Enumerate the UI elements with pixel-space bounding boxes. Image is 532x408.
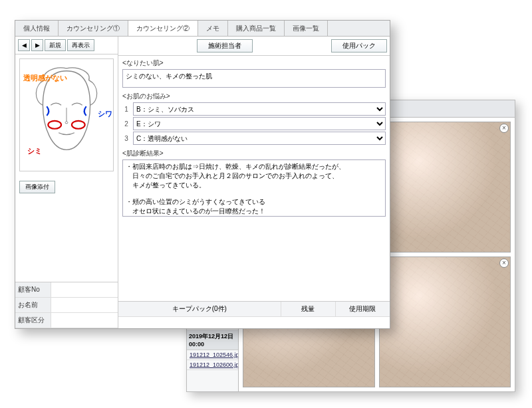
front-tabs: 個人情報 カウンセリング① カウンセリング② メモ 購入商品一覧 画像一覧: [15, 21, 390, 37]
tab-purchases[interactable]: 購入商品一覧: [228, 21, 285, 36]
keep-pack-header: キープパック(0件) 残量 使用期限: [118, 301, 390, 316]
tab-counseling2[interactable]: カウンセリング②: [128, 21, 198, 36]
file-date-header: 2019年12月12日 00:00: [187, 330, 238, 350]
label-customer-name: お名前: [15, 298, 51, 312]
concern-select-3[interactable]: C：透明感がない: [133, 132, 386, 145]
concern-num-2: 2: [122, 120, 130, 128]
svg-point-0: [48, 121, 61, 129]
file-link[interactable]: 191212_102546.jpg: [187, 350, 238, 360]
concern-select-1[interactable]: B：シミ、ソバカス: [133, 102, 386, 116]
concern-num-3: 3: [122, 135, 130, 142]
pack-button[interactable]: 使用パック: [331, 39, 387, 52]
label-customer-no: 顧客No: [15, 282, 51, 297]
keep-pack-title: キープパック(0件): [118, 302, 281, 316]
staff-button[interactable]: 施術担当者: [197, 39, 253, 52]
next-button[interactable]: ▶: [31, 39, 43, 51]
skin-image[interactable]: ×: [379, 256, 511, 387]
prev-button[interactable]: ◀: [18, 39, 30, 51]
tab-counseling1[interactable]: カウンセリング①: [59, 21, 128, 36]
customer-info-grid: 顧客No お名前 顧客区分: [15, 282, 118, 328]
face-annotation-transparency: 透明感がない: [23, 73, 67, 83]
close-icon[interactable]: ×: [499, 258, 509, 268]
counseling-window: 個人情報 カウンセリング① カウンセリング② メモ 購入商品一覧 画像一覧 ◀ …: [15, 20, 390, 329]
value-customer-name[interactable]: [51, 298, 118, 312]
tab-memo[interactable]: メモ: [198, 21, 228, 36]
attach-image-button[interactable]: 画像添付: [19, 181, 55, 193]
skin-concern-title: <お肌のお悩み>: [118, 89, 390, 101]
close-icon[interactable]: ×: [499, 124, 509, 133]
face-annotation-wrinkle: シワ: [98, 109, 112, 119]
diagnosis-title: <肌診断結果>: [118, 146, 390, 158]
face-annotation-spot: シミ: [27, 146, 42, 156]
desired-skin-textarea[interactable]: シミのない、キメの整った肌: [122, 69, 386, 88]
value-customer-no[interactable]: [51, 282, 118, 297]
label-customer-class: 顧客区分: [15, 313, 51, 328]
refresh-button[interactable]: 再表示: [67, 39, 94, 51]
keep-pack-expire: 使用期限: [336, 302, 390, 316]
tab-personal-info[interactable]: 個人情報: [15, 21, 59, 36]
concern-select-2[interactable]: E：シワ: [133, 117, 386, 130]
face-diagram: 透明感がない シワ シミ: [15, 54, 118, 175]
new-button[interactable]: 新規: [45, 39, 66, 51]
skin-image[interactable]: ×: [379, 122, 511, 253]
svg-point-1: [72, 121, 85, 129]
desired-skin-title: <なりたい肌>: [118, 56, 390, 68]
concern-num-1: 1: [122, 106, 130, 113]
value-customer-class[interactable]: [51, 313, 118, 328]
diagnosis-textarea[interactable]: ・初回来店時のお肌は⇒日焼け、乾燥、キメの乱れが診断結果だったが、 日々のご自宅…: [122, 159, 386, 217]
file-link[interactable]: 191212_102600.jpg: [187, 360, 238, 370]
record-nav: ◀ ▶ 新規 再表示: [15, 37, 118, 54]
keep-pack-remain: 残量: [281, 302, 336, 316]
tab-images[interactable]: 画像一覧: [285, 21, 328, 36]
